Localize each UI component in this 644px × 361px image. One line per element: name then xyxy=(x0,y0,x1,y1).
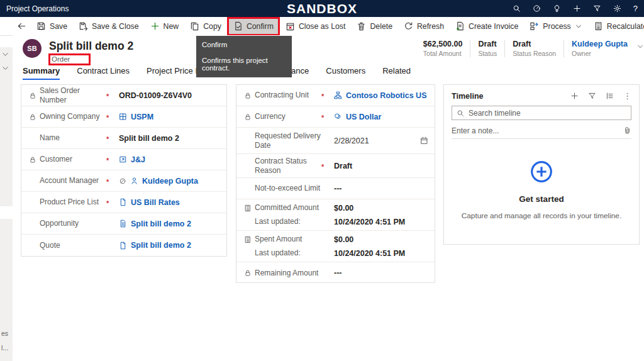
field-owning-company: Owning Company * USPM xyxy=(21,106,226,128)
calculator-icon xyxy=(244,236,252,243)
refresh-button[interactable]: Refresh xyxy=(398,18,450,35)
field-quote: Quote Split bill demo 2 xyxy=(21,235,226,256)
invoice-icon xyxy=(455,21,465,31)
name-value[interactable]: Split bill demo 2 xyxy=(119,134,179,143)
plus-icon xyxy=(150,21,160,31)
confirm-tooltip: Confirm Confirms this project contract. xyxy=(196,36,292,77)
tab-customers[interactable]: Customers xyxy=(326,66,365,80)
save-button[interactable]: Save xyxy=(31,18,73,35)
tab-contract-lines[interactable]: Contract Lines xyxy=(77,66,130,80)
field-contracting-unit: Contracting Unit * Contoso Robotics US xyxy=(236,85,435,106)
sitemap-chevrons xyxy=(1,50,9,72)
delete-button[interactable]: Delete xyxy=(351,18,398,35)
account-manager-link[interactable]: Kuldeep Gupta xyxy=(142,177,198,186)
save-icon xyxy=(36,21,46,31)
delivery-date-value[interactable]: 2/28/2021 xyxy=(334,136,369,145)
contracting-unit-link[interactable]: Contoso Robotics US xyxy=(346,91,426,100)
calculator-icon xyxy=(244,204,252,212)
recalculate-button[interactable]: Recalculate xyxy=(588,18,644,35)
new-button[interactable]: New xyxy=(145,18,185,35)
lock-icon xyxy=(29,113,36,121)
top-navigation-bar: Project Operations SANDBOX ? xyxy=(0,0,644,17)
field-spent-amount: Spent Amount $0.00 Last updated: 10/24/2… xyxy=(236,231,435,262)
save-and-close-button[interactable]: Save & Close xyxy=(73,18,145,35)
note-input[interactable]: Enter a note... xyxy=(452,123,631,139)
lightbulb-icon[interactable] xyxy=(553,4,561,13)
process-button[interactable]: Process xyxy=(524,18,587,35)
create-invoice-button[interactable]: Create Invoice xyxy=(450,18,524,35)
calendar-icon[interactable] xyxy=(420,136,428,145)
confirm-button[interactable]: Confirm xyxy=(227,17,280,36)
record-title: Split bill demo 2 xyxy=(49,40,133,53)
gauge-icon[interactable] xyxy=(533,4,541,13)
timeline-add-icon[interactable] xyxy=(570,92,579,100)
opportunity-icon xyxy=(119,219,127,228)
lock-icon xyxy=(244,269,252,277)
customer-link[interactable]: J&J xyxy=(131,155,145,164)
quote-link[interactable]: Split bill demo 2 xyxy=(131,241,191,250)
tab-summary[interactable]: Summary xyxy=(23,66,60,80)
refresh-icon xyxy=(404,21,413,31)
collapsed-sitemap-strip: es l... xyxy=(0,47,13,361)
trash-icon xyxy=(357,21,366,31)
person-icon xyxy=(130,177,138,185)
command-bar: Save Save & Close New Copy Confirm Close… xyxy=(0,17,644,36)
tooltip-description: Confirms this project contract. xyxy=(202,57,286,72)
owning-company-link[interactable]: USPM xyxy=(131,113,153,121)
field-product-price-list: Product Price List * US Bill Rates xyxy=(21,192,226,213)
copy-button[interactable]: Copy xyxy=(184,18,227,35)
copy-icon xyxy=(190,21,199,31)
details-section: Contracting Unit * Contoso Robotics US C… xyxy=(236,84,435,283)
field-customer: Customer * J&J xyxy=(21,149,226,170)
help-icon[interactable]: ? xyxy=(633,4,638,13)
settings-gear-icon[interactable] xyxy=(613,4,621,13)
timeline-search-input[interactable]: Search timeline xyxy=(452,106,631,120)
opportunity-link[interactable]: Split bill demo 2 xyxy=(131,219,191,228)
timeline-empty-state: Get started Capture and manage all recor… xyxy=(452,160,631,220)
chevron-down-icon[interactable] xyxy=(1,64,9,72)
timeline-more-icon[interactable]: ⋮ xyxy=(623,91,631,101)
filter-icon[interactable] xyxy=(593,4,601,13)
field-remaining-amount: Remaining Amount --- xyxy=(236,262,435,284)
get-started-plus-icon[interactable] xyxy=(530,160,553,183)
lock-icon xyxy=(244,113,252,121)
currency-icon xyxy=(334,113,342,121)
app-name[interactable]: Project Operations xyxy=(6,4,69,13)
sitemap-notch xyxy=(0,206,13,219)
sitemap-item-fragment[interactable]: l... xyxy=(1,344,8,352)
get-started-title: Get started xyxy=(519,194,564,204)
timeline-filter-icon[interactable] xyxy=(588,92,596,100)
record-entity-label: Order xyxy=(48,53,91,65)
search-icon[interactable] xyxy=(513,4,521,13)
chevron-down-icon[interactable] xyxy=(1,50,9,58)
tab-related[interactable]: Related xyxy=(382,66,411,80)
calculator-icon xyxy=(594,21,603,31)
close-as-lost-icon xyxy=(286,21,295,31)
timeline-expand-records-icon[interactable] xyxy=(606,92,614,100)
paperclip-icon[interactable] xyxy=(623,126,631,135)
general-section: Sales Order Number * ORD-01009-Z6V4V0 Ow… xyxy=(21,84,227,257)
field-name: Name * Split bill demo 2 xyxy=(21,128,226,149)
back-button[interactable] xyxy=(13,18,31,35)
environment-banner: SANDBOX xyxy=(287,1,357,16)
lock-icon xyxy=(29,156,36,164)
quick-create-plus-icon[interactable] xyxy=(573,4,581,13)
currency-link[interactable]: US Dollar xyxy=(346,113,381,121)
timeline-title: Timeline xyxy=(452,92,483,101)
account-icon xyxy=(119,155,127,164)
process-icon xyxy=(530,21,539,31)
field-currency: Currency * US Dollar xyxy=(236,106,435,128)
note-placeholder: Enter a note... xyxy=(452,126,499,135)
status-reason-value[interactable]: Draft xyxy=(334,162,352,170)
field-sales-order-number: Sales Order Number * ORD-01009-Z6V4V0 xyxy=(21,85,226,106)
get-started-caption: Capture and manage all records in your t… xyxy=(462,211,621,220)
record-avatar: SB xyxy=(23,39,42,58)
owner-link[interactable]: Kuldeep Gupta xyxy=(572,40,628,48)
collapse-header-chevron-icon[interactable] xyxy=(636,43,644,50)
sitemap-item-fragment[interactable]: es xyxy=(1,330,8,337)
field-not-to-exceed-limit: Not-to-exceed Limit --- xyxy=(236,178,435,199)
timeline-search-placeholder: Search timeline xyxy=(469,109,521,118)
product-price-list-link[interactable]: US Bill Rates xyxy=(131,198,180,207)
close-as-lost-button[interactable]: Close as Lost xyxy=(280,18,352,35)
chevron-down-icon xyxy=(575,23,582,30)
